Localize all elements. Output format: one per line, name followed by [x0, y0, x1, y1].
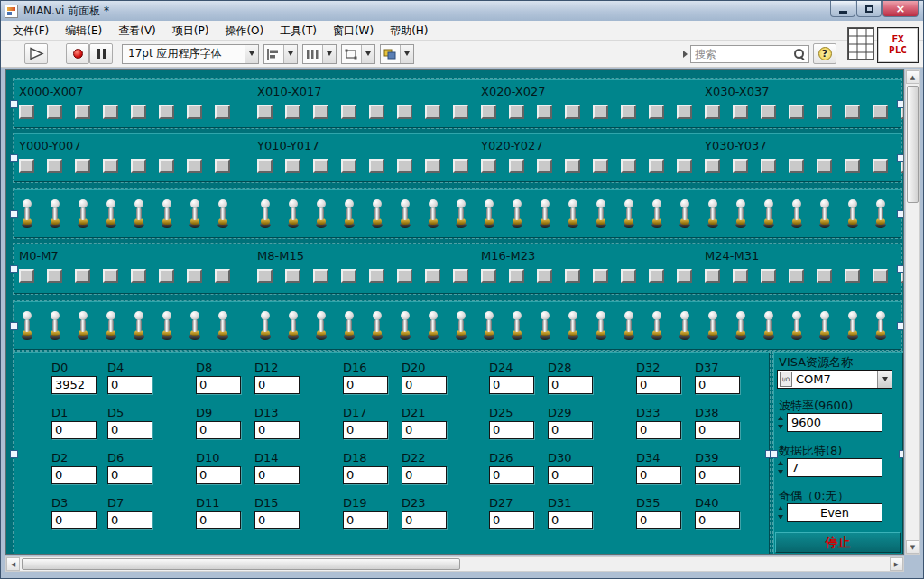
toggle-switch[interactable]	[595, 198, 607, 228]
toggle-switch[interactable]	[567, 198, 579, 228]
reorder-objects-combo[interactable]	[380, 44, 414, 64]
d-register-input-D31[interactable]: 0	[548, 511, 593, 529]
d-register-input-D2[interactable]: 0	[51, 466, 97, 484]
vertical-scroll-thumb[interactable]	[907, 86, 919, 203]
menu-item-2[interactable]: 查看(V)	[110, 21, 164, 40]
toggle-switch[interactable]	[567, 310, 579, 340]
d-register-input-D24[interactable]: 0	[489, 376, 534, 394]
data-bits-value[interactable]: 7	[787, 458, 882, 477]
menu-item-7[interactable]: 帮助(H)	[382, 21, 436, 40]
toggle-switch[interactable]	[217, 198, 229, 228]
d-register-input-D12[interactable]: 0	[254, 376, 300, 394]
d-register-input-D33[interactable]: 0	[636, 421, 681, 439]
toggle-switch[interactable]	[511, 310, 523, 340]
toggle-switch[interactable]	[846, 198, 859, 228]
toggle-switch[interactable]	[189, 310, 201, 340]
visa-resource-selector[interactable]: I/O COM7	[777, 370, 892, 389]
scroll-up-icon[interactable]: ▲	[906, 70, 919, 84]
d-register-input-D8[interactable]: 0	[196, 376, 241, 394]
toggle-switch[interactable]	[427, 310, 439, 340]
toggle-switch[interactable]	[105, 310, 117, 340]
help-button[interactable]: ?	[813, 43, 836, 64]
toggle-switch[interactable]	[483, 310, 495, 340]
toggle-switch[interactable]	[133, 198, 145, 228]
toggle-switch[interactable]	[707, 198, 719, 228]
d-register-input-D26[interactable]: 0	[489, 466, 534, 484]
toggle-switch[interactable]	[539, 310, 551, 340]
menu-item-1[interactable]: 编辑(E)	[57, 21, 110, 40]
vi-icon[interactable]: FX PLC	[877, 27, 919, 63]
vertical-scrollbar[interactable]: ▲ ▼	[905, 69, 920, 555]
toggle-switch[interactable]	[161, 198, 173, 228]
menu-item-3[interactable]: 项目(P)	[164, 21, 217, 40]
scroll-down-icon[interactable]: ▼	[906, 540, 919, 554]
toggle-switch[interactable]	[343, 198, 356, 228]
toggle-switch[interactable]	[511, 198, 523, 228]
d-register-input-D15[interactable]: 0	[254, 511, 300, 529]
toggle-switch[interactable]	[77, 198, 89, 228]
d-register-input-D13[interactable]: 0	[254, 421, 300, 439]
d-register-input-D9[interactable]: 0	[196, 421, 241, 439]
toggle-switch[interactable]	[77, 310, 89, 340]
d-register-input-D38[interactable]: 0	[695, 421, 740, 439]
search-scope-arrow[interactable]	[680, 45, 690, 63]
toggle-switch[interactable]	[315, 310, 328, 340]
resize-objects-combo[interactable]	[341, 44, 375, 64]
pause-button[interactable]	[89, 43, 113, 64]
d-register-input-D35[interactable]: 0	[636, 511, 681, 529]
baud-spinner[interactable]	[777, 413, 785, 432]
toggle-switch[interactable]	[371, 310, 383, 340]
toggle-switch[interactable]	[679, 198, 691, 228]
toggle-switch[interactable]	[105, 198, 117, 228]
run-button[interactable]	[24, 43, 48, 64]
d-register-input-D28[interactable]: 0	[548, 376, 593, 394]
d-register-input-D19[interactable]: 0	[343, 511, 388, 529]
parity-spinner[interactable]	[777, 503, 785, 522]
d-register-input-D7[interactable]: 0	[107, 511, 152, 529]
d-register-input-D6[interactable]: 0	[107, 466, 152, 484]
scroll-right-icon[interactable]: ▶	[890, 557, 903, 571]
toggle-switch[interactable]	[427, 198, 439, 228]
d-register-input-D1[interactable]: 0	[51, 421, 97, 439]
d-register-input-D39[interactable]: 0	[695, 466, 740, 484]
d-register-input-D3[interactable]: 0	[51, 511, 97, 529]
toggle-switch[interactable]	[651, 310, 663, 340]
d-register-input-D32[interactable]: 0	[636, 376, 681, 394]
toggle-switch[interactable]	[874, 310, 887, 340]
font-selector[interactable]: 17pt 应用程序字体	[122, 44, 259, 64]
toggle-switch[interactable]	[790, 310, 803, 340]
minimize-button[interactable]	[830, 1, 855, 17]
toggle-switch[interactable]	[161, 310, 173, 340]
toggle-switch[interactable]	[455, 310, 467, 340]
abort-button[interactable]	[66, 43, 89, 64]
toggle-switch[interactable]	[623, 198, 635, 228]
close-button[interactable]: ×	[882, 1, 919, 17]
d-register-input-D21[interactable]: 0	[402, 421, 447, 439]
d-register-input-D29[interactable]: 0	[548, 421, 593, 439]
toggle-switch[interactable]	[343, 310, 356, 340]
align-objects-combo[interactable]	[263, 44, 298, 64]
scroll-left-icon[interactable]: ◀	[6, 557, 20, 571]
d-register-input-D20[interactable]: 0	[402, 376, 447, 394]
d-register-input-D40[interactable]: 0	[695, 511, 740, 529]
d-register-input-D18[interactable]: 0	[343, 466, 388, 484]
toggle-switch[interactable]	[287, 310, 300, 340]
toggle-switch[interactable]	[49, 310, 61, 340]
data-bits-spinner[interactable]	[777, 458, 785, 477]
toggle-switch[interactable]	[133, 310, 145, 340]
d-register-input-D5[interactable]: 0	[107, 421, 152, 439]
toggle-switch[interactable]	[371, 198, 383, 228]
toggle-switch[interactable]	[902, 198, 904, 228]
search-input[interactable]	[695, 48, 793, 60]
d-register-input-D10[interactable]: 0	[196, 466, 241, 484]
toggle-switch[interactable]	[595, 310, 607, 340]
connector-pane-icon[interactable]	[847, 27, 874, 60]
d-register-input-D17[interactable]: 0	[343, 421, 388, 439]
toggle-switch[interactable]	[21, 198, 33, 228]
d-register-input-D27[interactable]: 0	[489, 511, 534, 529]
d-register-input-D11[interactable]: 0	[196, 511, 241, 529]
stop-button[interactable]: 停止	[775, 532, 901, 553]
toggle-switch[interactable]	[189, 198, 201, 228]
menu-item-6[interactable]: 窗口(W)	[325, 21, 382, 40]
toggle-switch[interactable]	[818, 310, 831, 340]
